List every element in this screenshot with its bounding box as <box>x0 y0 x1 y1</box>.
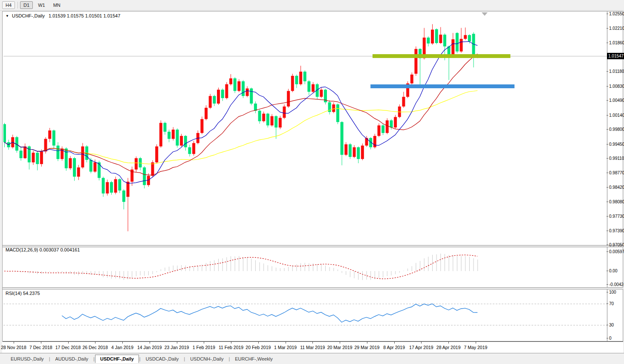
time-axis[interactable] <box>2 342 623 353</box>
macd-indicator-label: MACD(12,26,9) 0.003037 0.004161 <box>6 247 80 252</box>
tab-audusd[interactable]: AUDUSD-,Daily <box>50 355 93 363</box>
tab-usdcnh[interactable]: USDCNH-,Daily <box>185 355 228 363</box>
chart-title: ▼ USDCHF-,Daily 1.01539 1.01575 1.01501 … <box>6 13 120 18</box>
panel-splitter[interactable] <box>3 287 623 289</box>
tab-divider: | <box>228 356 230 361</box>
tab-usdchf[interactable]: USDCHF-,Daily <box>95 355 139 363</box>
panel-splitter[interactable] <box>3 245 623 247</box>
chart-shift-marker-icon <box>482 12 488 16</box>
rsi-indicator-label: RSI(14) 54.2375 <box>6 291 40 296</box>
tab-divider: | <box>93 356 95 361</box>
time-axis-border <box>3 341 623 342</box>
price-chart[interactable] <box>3 12 607 245</box>
chart-ohlc-values: 1.01539 1.01575 1.01501 1.01547 <box>49 13 120 18</box>
rsi-panel[interactable] <box>3 289 607 341</box>
toolbar-separator <box>17 2 18 9</box>
timeframe-button-d1[interactable]: D1 <box>20 1 33 9</box>
timeframe-toolbar: H4D1W1MN <box>0 0 624 11</box>
tab-eurchf[interactable]: EURCHF-,Weekly <box>230 355 277 363</box>
tab-usdcad[interactable]: USDCAD-,Daily <box>141 355 184 363</box>
dropdown-triangle-icon: ▼ <box>6 14 9 18</box>
chart-tabbar: EURUSD-,Daily|AUDUSD-,Daily|USDCHF-,Dail… <box>0 353 624 364</box>
tab-eurusd[interactable]: EURUSD-,Daily <box>6 355 49 363</box>
timeframe-button-w1[interactable]: W1 <box>35 2 48 9</box>
tab-divider: | <box>139 356 141 361</box>
price-axis-border <box>607 12 607 341</box>
tab-divider: | <box>49 356 50 361</box>
timeframe-button-h4[interactable]: H4 <box>2 1 15 9</box>
chart-symbol-label: USDCHF-,Daily <box>12 13 45 18</box>
tab-divider: | <box>184 356 185 361</box>
macd-panel[interactable] <box>3 247 607 287</box>
timeframe-button-mn[interactable]: MN <box>50 2 64 9</box>
